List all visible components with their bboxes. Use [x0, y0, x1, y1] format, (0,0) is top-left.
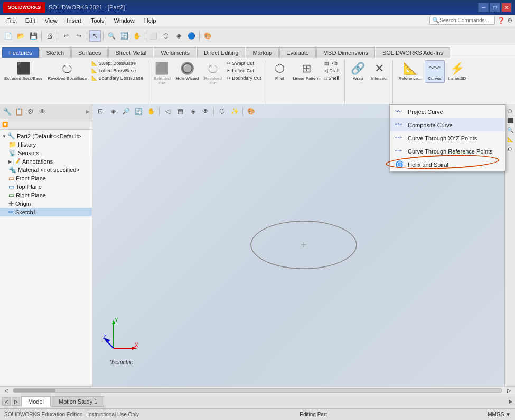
- toolbar-pan[interactable]: ✋: [131, 30, 143, 42]
- toolbar-select[interactable]: ↖: [89, 30, 101, 42]
- toolbar-view3[interactable]: ◈: [173, 30, 184, 42]
- ft-history[interactable]: 📁 History: [0, 140, 92, 149]
- toolbar-redo[interactable]: ↪: [73, 30, 85, 42]
- vp-hide-show[interactable]: 👁: [200, 106, 211, 117]
- help-icon[interactable]: ❓: [497, 17, 505, 24]
- vp-rotate[interactable]: 🔄: [133, 106, 144, 117]
- ribbon-hole-wizard[interactable]: 🔘 Hole Wizard: [174, 60, 201, 83]
- scrollbar-track[interactable]: [13, 388, 502, 393]
- menu-view[interactable]: View: [41, 16, 62, 25]
- ribbon-fillet[interactable]: ⬡ Fillet: [269, 60, 289, 83]
- lp-display-tab[interactable]: 👁: [37, 107, 48, 117]
- ribbon-intersect[interactable]: ✕ Intersect: [369, 60, 390, 83]
- ribbon-boundary-boss[interactable]: 📐 Boundary Boss/Base: [90, 75, 145, 81]
- toolbar-print[interactable]: 🖨: [44, 30, 55, 42]
- ft-sensors[interactable]: 📡 Sensors: [0, 149, 92, 157]
- minimize-button[interactable]: ─: [478, 3, 489, 12]
- status-right[interactable]: MMGS ▼: [488, 412, 511, 417]
- tab-more[interactable]: ▶: [509, 398, 513, 404]
- toolbar-rotate[interactable]: 🔄: [118, 30, 130, 42]
- tab-nav-prev[interactable]: ◁: [2, 397, 11, 406]
- vp-bg[interactable]: 🎨: [245, 106, 257, 117]
- dd-reference-curve[interactable]: 〰 Curve Through Reference Points: [390, 145, 505, 158]
- ribbon-draft[interactable]: ◁ Draft: [323, 68, 341, 74]
- ft-front-plane[interactable]: ▭ Front Plane: [0, 174, 92, 183]
- search-input[interactable]: [439, 17, 492, 23]
- tab-nav-next[interactable]: ▷: [12, 397, 20, 406]
- tab-features[interactable]: Features: [2, 47, 39, 58]
- rp-icon5[interactable]: ⚙: [506, 145, 514, 153]
- ft-sketch1[interactable]: ✏ Sketch1: [0, 208, 92, 216]
- tab-model[interactable]: Model: [21, 396, 51, 407]
- close-button[interactable]: ✕: [501, 3, 512, 12]
- menu-insert[interactable]: Insert: [62, 16, 86, 25]
- toolbar-undo[interactable]: ↩: [60, 30, 72, 42]
- scrollbar-thumb[interactable]: [13, 389, 55, 392]
- dd-project-curve[interactable]: 〰 Project Curve: [390, 105, 505, 118]
- ft-part2[interactable]: ▼ 🔧 Part2 (Default<<Default>: [0, 132, 92, 140]
- toolbar-open[interactable]: 📂: [15, 30, 26, 42]
- tab-surfaces[interactable]: Surfaces: [71, 47, 108, 58]
- toolbar-new[interactable]: 📄: [2, 30, 14, 42]
- ribbon-wrap[interactable]: 🔗 Wrap: [348, 60, 368, 83]
- menu-edit[interactable]: Edit: [21, 16, 40, 25]
- toolbar-view2[interactable]: ⬡: [160, 30, 172, 42]
- vp-realview[interactable]: ✨: [229, 106, 240, 117]
- settings-icon[interactable]: ⚙: [507, 17, 513, 24]
- ribbon-reference[interactable]: 📐 Reference...: [396, 60, 424, 83]
- vp-zoom-to-fit[interactable]: ⊡: [95, 106, 106, 117]
- ribbon-swept-cut[interactable]: ✂ Swept Cut: [225, 60, 263, 66]
- toolbar-view4[interactable]: 🔵: [185, 30, 197, 42]
- menu-tools[interactable]: Tools: [87, 16, 109, 25]
- menu-file[interactable]: File: [2, 16, 20, 25]
- ft-origin[interactable]: ✚ Origin: [0, 199, 92, 208]
- tab-mbd[interactable]: MBD Dimensions: [316, 47, 375, 58]
- rp-icon4[interactable]: 📐: [506, 135, 514, 144]
- vp-display-style[interactable]: ◈: [187, 106, 199, 117]
- lp-more[interactable]: ▶: [86, 109, 90, 114]
- vp-zoom-area[interactable]: 🔎: [120, 106, 132, 117]
- tab-weldments[interactable]: Weldments: [154, 47, 196, 58]
- tab-motion-study[interactable]: Motion Study 1: [52, 396, 104, 407]
- rp-icon3[interactable]: 🔍: [506, 126, 514, 134]
- ft-material[interactable]: 🔩 Material <not specified>: [0, 166, 92, 174]
- lp-property-tab[interactable]: 📋: [14, 107, 24, 117]
- ft-annotations[interactable]: ▶ 📝 Annotations: [0, 157, 92, 166]
- ribbon-swept-boss[interactable]: 📐 Swept Boss/Base: [90, 60, 145, 66]
- ribbon-shell[interactable]: □ Shell: [323, 75, 341, 81]
- ribbon-lofted-cut[interactable]: ✂ Lofted Cut: [225, 68, 263, 74]
- ribbon-extruded-cut[interactable]: ⬛ ExtrudedCut: [152, 60, 173, 88]
- menu-window[interactable]: Window: [110, 16, 139, 25]
- ribbon-revolved-cut[interactable]: ⭮ RevolvedCut: [202, 60, 223, 88]
- menu-help[interactable]: Help: [140, 16, 161, 25]
- vp-shading[interactable]: ⬡: [216, 106, 228, 117]
- toolbar-save[interactable]: 💾: [27, 30, 39, 42]
- ribbon-extruded-boss[interactable]: ⬛ Extruded Boss/Base: [2, 60, 44, 83]
- lp-config-tab[interactable]: ⚙: [25, 107, 36, 117]
- rp-icon1[interactable]: ⬡: [506, 107, 514, 115]
- ribbon-boundary-cut[interactable]: ✂ Boundary Cut: [225, 75, 263, 81]
- ft-right-plane[interactable]: ▭ Right Plane: [0, 191, 92, 199]
- vp-pan[interactable]: ✋: [145, 106, 157, 117]
- scroll-left[interactable]: ◁: [2, 388, 11, 393]
- lp-features-tab[interactable]: 🔧: [2, 107, 13, 117]
- ribbon-lofted-boss[interactable]: 📐 Lofted Boss/Base: [90, 68, 145, 74]
- ribbon-linear-pattern[interactable]: ⊞ Linear Pattern: [291, 60, 321, 83]
- dd-composite-curve[interactable]: 〰 Composite Curve: [390, 118, 505, 131]
- toolbar-appearance[interactable]: 🎨: [202, 30, 213, 42]
- ribbon-revolved-boss[interactable]: ⭮ Revolved Boss/Base: [45, 60, 89, 83]
- dd-xyz-curve[interactable]: 〰 Curve Through XYZ Points: [390, 131, 505, 145]
- command-search-box[interactable]: 🔍: [429, 16, 495, 25]
- vp-sketch-view[interactable]: ◈: [107, 106, 119, 117]
- ribbon-curves[interactable]: 〰 Curves: [425, 60, 445, 83]
- viewport[interactable]: ⊡ ◈ 🔎 🔄 ✋ ◁ ▤ ◈ 👁 ⬡ ✨ 🎨: [92, 104, 515, 386]
- tab-sketch[interactable]: Sketch: [39, 47, 71, 58]
- tab-direct-editing[interactable]: Direct Editing: [197, 47, 245, 58]
- ft-top-plane[interactable]: ▭ Top Plane: [0, 183, 92, 191]
- tab-evaluate[interactable]: Evaluate: [279, 47, 316, 58]
- vp-section[interactable]: ▤: [174, 106, 186, 117]
- ribbon-rib[interactable]: ▤ Rib: [323, 60, 341, 66]
- toolbar-zoom-in[interactable]: 🔍: [106, 30, 117, 42]
- dd-helix-spiral[interactable]: 🌀 Helix and Spiral: [390, 158, 505, 171]
- tab-markup[interactable]: Markup: [246, 47, 279, 58]
